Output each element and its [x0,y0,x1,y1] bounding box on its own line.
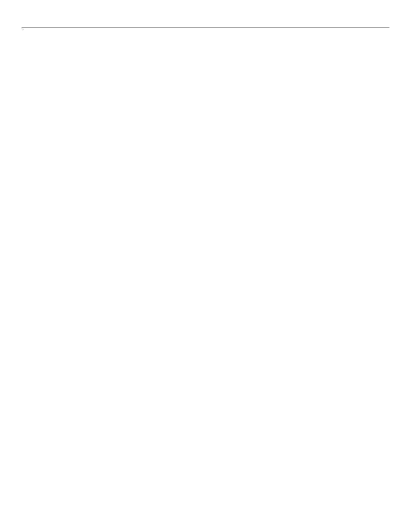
page-divider [22,28,389,28]
